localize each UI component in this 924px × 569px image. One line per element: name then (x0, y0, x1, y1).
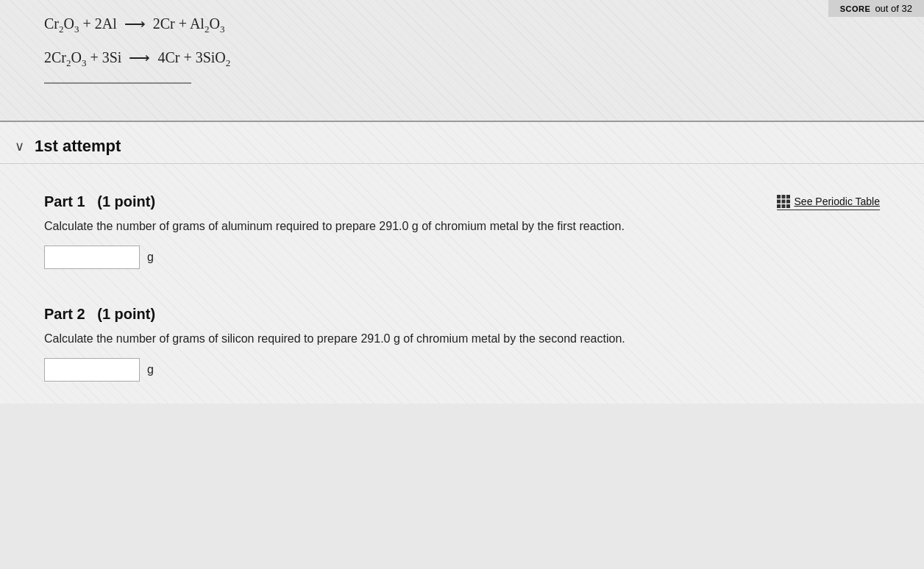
part2-header-row: Part 2 (1 point) (44, 306, 880, 323)
part2-input[interactable] (44, 358, 140, 382)
parts-area: Part 1 (1 point) Se (0, 164, 924, 404)
part1-question: Calculate the number of grams of aluminu… (44, 218, 880, 235)
part2-answer-row: g (44, 358, 880, 382)
part2-question: Calculate the number of grams of silicon… (44, 330, 880, 348)
part1-header-row: Part 1 (1 point) Se (44, 193, 880, 210)
reaction2-line: 2Cr2O3 + 3Si ⟶ 4Cr + 3SiO2 (44, 49, 880, 69)
reaction2-text: 2Cr2O3 + 3Si ⟶ 4Cr + 3SiO2 (44, 49, 230, 69)
attempt-section: ∨ 1st attempt (0, 122, 924, 164)
attempt-header: ∨ 1st attempt (0, 122, 924, 164)
periodic-table-link[interactable]: See Periodic Table (777, 195, 880, 210)
reactions-divider (44, 82, 191, 84)
reaction1-line: Cr2O3 + 2Al ⟶ 2Cr + Al2O3 (44, 15, 880, 35)
svg-rect-7 (781, 204, 785, 208)
periodic-table-icon (777, 195, 790, 208)
svg-rect-5 (786, 200, 790, 204)
part2-title: Part 2 (1 point) (44, 306, 155, 323)
part1-input[interactable] (44, 246, 140, 269)
part1-unit: g (147, 251, 154, 264)
svg-rect-6 (777, 204, 781, 208)
svg-rect-2 (786, 195, 790, 198)
reactions-section: Cr2O3 + 2Al ⟶ 2Cr + Al2O3 2Cr2O3 + 3Si ⟶… (0, 0, 924, 122)
table-grid-icon (777, 195, 790, 208)
chevron-down-icon[interactable]: ∨ (15, 138, 24, 154)
svg-rect-4 (781, 200, 785, 204)
svg-rect-1 (781, 195, 785, 198)
attempt-title: 1st attempt (35, 137, 121, 156)
score-bar: SCORE out of 32 (828, 0, 924, 17)
svg-rect-8 (786, 204, 790, 208)
score-value: out of 32 (875, 3, 912, 14)
reaction1-text: Cr2O3 + 2Al ⟶ 2Cr + Al2O3 (44, 15, 224, 35)
periodic-table-label: See Periodic Table (795, 196, 880, 207)
part2-unit: g (147, 363, 154, 376)
svg-rect-0 (777, 195, 781, 198)
svg-rect-3 (777, 200, 781, 204)
score-label: SCORE (840, 4, 871, 13)
part1-answer-row: g (44, 246, 880, 269)
part1-title: Part 1 (1 point) (44, 193, 155, 210)
page-wrapper: SCORE out of 32 Cr2O3 + 2Al ⟶ 2Cr + Al2O… (0, 0, 924, 404)
